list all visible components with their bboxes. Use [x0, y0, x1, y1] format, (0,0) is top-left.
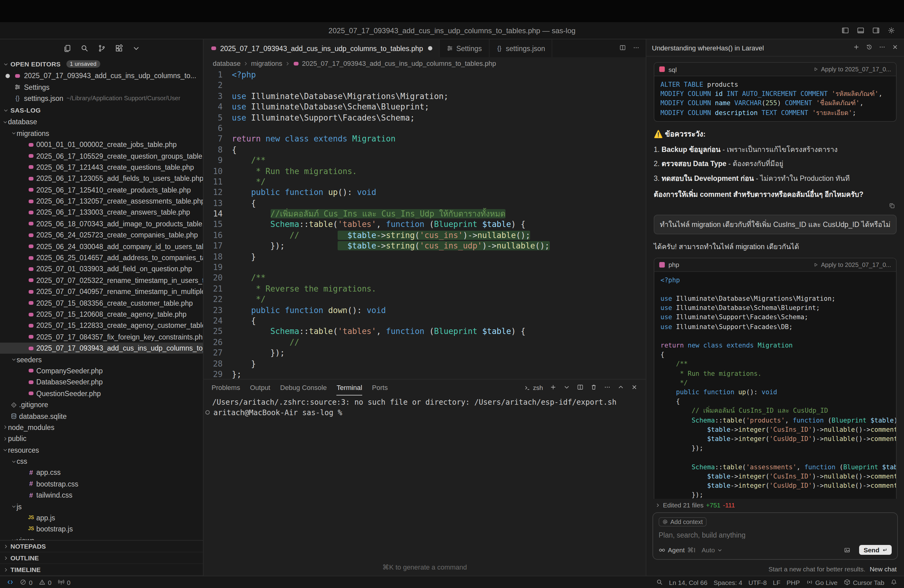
tree-item[interactable]: seeders — [0, 354, 203, 365]
panel-left-button[interactable] — [841, 27, 849, 35]
plus-icon[interactable] — [550, 384, 556, 392]
panel-right-button[interactable] — [872, 27, 880, 35]
more-icon[interactable] — [633, 44, 640, 52]
tree-item[interactable]: 2025_07_15_122833_create_agency_customer… — [0, 320, 203, 331]
open-editors-header[interactable]: OPEN EDITORS 1 unsaved — [0, 58, 203, 70]
tree-item[interactable]: database.sqlite — [0, 411, 203, 422]
tree-item[interactable]: JSapp.js — [0, 512, 203, 524]
chevron-down-icon[interactable] — [563, 384, 570, 392]
status-item[interactable]: Ln 14, Col 66 — [666, 579, 711, 586]
chevron-up-icon[interactable] — [618, 384, 624, 392]
chat-tab-title[interactable]: Understanding whereHas() in Laravel — [652, 44, 764, 51]
plus-icon[interactable] — [853, 43, 860, 52]
trash-icon[interactable] — [590, 384, 597, 392]
status-item[interactable]: LF — [770, 579, 784, 586]
more-icon[interactable] — [879, 43, 885, 52]
model-selector[interactable]: Auto — [702, 546, 723, 553]
open-editor-item[interactable]: 2025_07_17_093943_add_cus_ins_udp_column… — [0, 70, 203, 82]
open-editor-item[interactable]: {}settings.json~/Library/Application Sup… — [0, 93, 203, 104]
terminal-output[interactable]: /Users/aritach/.zshrc:source:3: no such … — [204, 395, 646, 563]
breadcrumb[interactable]: databasemigrations2025_07_17_093943_add_… — [204, 57, 646, 70]
tree-item[interactable]: 2025_06_17_133003_create_answers_table.p… — [0, 207, 203, 218]
split-icon[interactable] — [577, 384, 583, 392]
tree-item[interactable]: css — [0, 456, 203, 467]
chat-input-box[interactable]: Add context Agent ⌘I Auto — [653, 512, 898, 560]
gear-button[interactable] — [887, 27, 895, 35]
tree-item[interactable]: 2025_06_24_025723_create_companies_table… — [0, 229, 203, 241]
panel-tab[interactable]: Problems — [212, 379, 240, 395]
panel-tab[interactable]: Debug Console — [280, 379, 327, 395]
split-icon[interactable] — [619, 44, 626, 52]
remote-status[interactable] — [4, 576, 17, 588]
editor-tab[interactable]: 2025_07_17_093943_add_cus_ins_udp_column… — [204, 40, 440, 57]
editor-tab[interactable]: Settings — [440, 40, 489, 57]
tree-item[interactable]: js — [0, 501, 203, 512]
agent-mode-selector[interactable]: Agent ⌘I — [659, 546, 695, 553]
sidebar-section-outline[interactable]: OUTLINE — [0, 552, 203, 564]
tree-item[interactable]: 0001_01_01_000002_create_jobs_table.php — [0, 139, 203, 150]
status-item[interactable]: UTF-8 — [745, 579, 770, 586]
warning-triangle-status[interactable]: 0 — [36, 576, 55, 588]
open-editor-item[interactable]: Settings — [0, 82, 203, 93]
breadcrumb-item[interactable]: migrations — [251, 60, 283, 67]
breadcrumb-file[interactable]: 2025_07_17_093943_add_cus_ins_udp_column… — [302, 60, 496, 67]
tree-item[interactable]: 2025_07_17_084357_fix_foreign_key_constr… — [0, 331, 203, 343]
close-icon[interactable] — [631, 384, 638, 392]
tree-item[interactable]: 2025_06_17_123055_add_fields_to_users_ta… — [0, 173, 203, 184]
chat-input-field[interactable] — [659, 531, 892, 539]
copy-icon[interactable] — [889, 202, 895, 209]
project-root-header[interactable]: SAS-LOG — [0, 104, 203, 116]
tree-item[interactable]: 2025_07_07_040957_rename_timestamp_in_mu… — [0, 286, 203, 297]
tree-item[interactable]: 2025_06_17_132057_create_assessments_tab… — [0, 196, 203, 207]
cursor-logo-status[interactable]: Cursor Tab — [841, 579, 887, 586]
tree-item[interactable]: public — [0, 433, 203, 444]
tree-item[interactable]: .gitignore — [0, 399, 203, 411]
tree-item[interactable]: 2025_06_25_014657_add_address_to_compani… — [0, 252, 203, 264]
tree-item[interactable]: 2025_06_24_030048_add_company_id_to_user… — [0, 241, 203, 252]
search-icon[interactable] — [80, 44, 88, 53]
tree-item[interactable]: JSbootstrap.js — [0, 523, 203, 535]
editor-tab[interactable]: {}settings.json — [489, 40, 553, 57]
tree-item[interactable]: 2025_06_18_070343_add_image_to_products_… — [0, 218, 203, 229]
tree-item[interactable]: 2025_06_17_125410_create_products_table.… — [0, 184, 203, 196]
files-icon[interactable] — [63, 44, 71, 53]
tree-item[interactable]: views — [0, 535, 203, 540]
edited-files-row[interactable]: Edited 21 files +751 -111 — [646, 499, 904, 511]
tree-item[interactable]: DatabaseSeeder.php — [0, 376, 203, 388]
sidebar-section-timeline[interactable]: TIMELINE — [0, 564, 203, 576]
more-icon[interactable] — [604, 384, 611, 392]
apply-button[interactable]: Apply to 2025_07_17_0... — [813, 66, 891, 73]
tree-item[interactable]: 2025_07_17_093943_add_cus_ins_udp_column… — [0, 343, 203, 354]
tree-item[interactable]: #tailwind.css — [0, 490, 203, 501]
source-control-icon[interactable] — [98, 44, 106, 53]
tree-item[interactable]: 2025_07_01_033903_add_field_on_question.… — [0, 264, 203, 275]
new-chat-button[interactable]: New chat — [869, 565, 897, 573]
ports-status[interactable]: 0 — [54, 576, 73, 588]
tree-item[interactable]: database — [0, 116, 203, 128]
apply-button[interactable]: Apply to 2025_07_17_0... — [813, 261, 891, 268]
tree-item[interactable]: QuestionSeeder.php — [0, 388, 203, 399]
tree-item[interactable]: #app.css — [0, 467, 203, 479]
bell-status[interactable] — [887, 579, 900, 586]
send-button[interactable]: Send — [860, 545, 892, 555]
code-editor[interactable]: 1<?php23use Illuminate\Database\Migratio… — [204, 70, 646, 379]
panel-tab[interactable]: Output — [250, 379, 270, 395]
breadcrumb-item[interactable]: database — [213, 60, 241, 67]
tree-item[interactable]: 2025_07_07_025322_rename_timestamp_in_us… — [0, 275, 203, 286]
tree-item[interactable]: 2025_07_15_120608_create_agency_table.ph… — [0, 309, 203, 320]
status-item[interactable]: PHP — [784, 579, 803, 586]
sidebar-section-notepads[interactable]: NOTEPADS — [0, 541, 203, 552]
tree-item[interactable]: #bootstrap.css — [0, 478, 203, 490]
chat-messages[interactable]: sql Apply to 2025_07_17_0... ALTER TABLE… — [646, 57, 904, 499]
add-context-chip[interactable]: Add context — [659, 517, 706, 526]
search-status[interactable] — [653, 579, 666, 586]
attach-image-button[interactable] — [844, 547, 851, 553]
close-icon[interactable] — [892, 43, 898, 52]
tree-item[interactable]: node_modules — [0, 422, 203, 433]
shell-selector[interactable]: zsh — [524, 384, 543, 391]
tree-item[interactable]: resources — [0, 444, 203, 456]
tree-item[interactable]: 2025_06_17_121443_create_questions_table… — [0, 161, 203, 173]
tree-item[interactable]: CompanySeeder.php — [0, 365, 203, 377]
tree-item[interactable]: 2025_07_15_083356_create_customer_table.… — [0, 297, 203, 309]
chevron-down-icon[interactable] — [132, 44, 140, 53]
